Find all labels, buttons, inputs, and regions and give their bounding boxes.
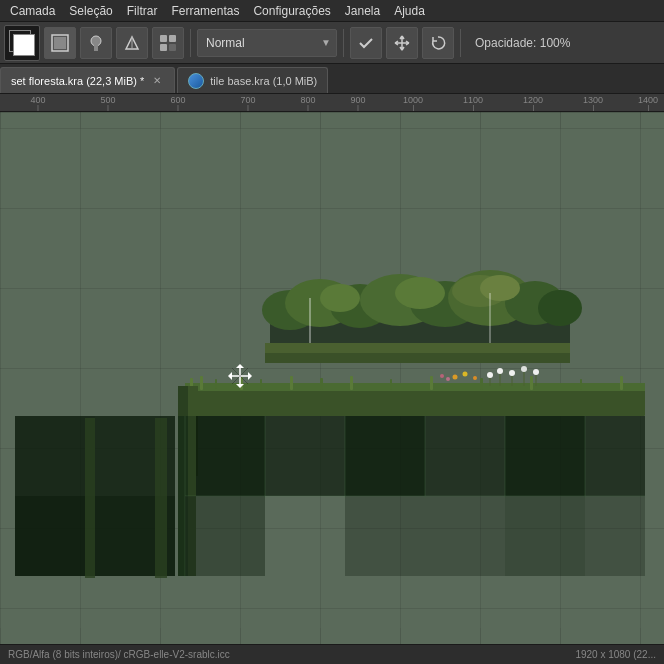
svg-point-46 — [487, 372, 493, 378]
svg-rect-75 — [85, 488, 95, 578]
svg-rect-3 — [94, 45, 98, 51]
foreground-color-btn[interactable] — [4, 25, 40, 61]
tool-icon-2 — [86, 33, 106, 53]
status-bar: RGB/Alfa (8 bits inteiros)/ cRGB-elle-V2… — [0, 644, 664, 664]
svg-point-2 — [91, 36, 101, 46]
ruler-mark: 800 — [300, 95, 315, 111]
svg-point-58 — [473, 376, 477, 380]
tool-btn-4[interactable] — [152, 27, 184, 59]
menu-filtrar[interactable]: Filtrar — [121, 2, 164, 20]
tool-icon-3 — [122, 33, 142, 53]
tool-btn-3[interactable] — [116, 27, 148, 59]
tab-base-label: tile base.kra (1,0 MiB) — [210, 75, 317, 87]
tool-btn-1[interactable] — [44, 27, 76, 59]
svg-rect-86 — [425, 496, 505, 576]
svg-rect-31 — [200, 376, 203, 390]
svg-point-23 — [480, 275, 520, 301]
svg-rect-87 — [505, 496, 585, 576]
svg-rect-34 — [260, 379, 262, 390]
separator-1 — [190, 29, 191, 57]
svg-point-49 — [521, 366, 527, 372]
svg-rect-32 — [215, 379, 217, 389]
svg-point-21 — [395, 277, 445, 309]
ruler-mark: 1300 — [583, 95, 603, 111]
svg-rect-65 — [505, 416, 585, 496]
svg-point-57 — [463, 372, 468, 377]
svg-rect-69 — [15, 416, 95, 496]
tab-base-icon — [188, 73, 204, 89]
reset-icon — [429, 34, 447, 52]
svg-point-60 — [446, 377, 450, 381]
svg-point-20 — [320, 284, 360, 312]
menu-configuracoes[interactable]: Configurações — [247, 2, 336, 20]
svg-point-50 — [533, 369, 539, 375]
svg-point-59 — [440, 374, 444, 378]
status-left: RGB/Alfa (8 bits inteiros)/ cRGB-elle-V2… — [8, 649, 230, 660]
menu-janela[interactable]: Janela — [339, 2, 386, 20]
ruler-mark: 1200 — [523, 95, 543, 111]
tab-base[interactable]: tile base.kra (1,0 MiB) — [177, 67, 328, 93]
svg-point-47 — [497, 368, 503, 374]
tool-btn-reset[interactable] — [422, 27, 454, 59]
ruler-marks: 400 500 600 700 800 900 1000 1100 1200 1… — [18, 94, 664, 111]
tab-floresta[interactable]: set floresta.kra (22,3 MiB) * ✕ — [0, 67, 175, 93]
tool-btn-2[interactable] — [80, 27, 112, 59]
svg-rect-38 — [390, 379, 392, 390]
ruler-mark: 600 — [170, 95, 185, 111]
svg-rect-8 — [169, 44, 176, 51]
tool-icon-1 — [51, 34, 69, 52]
ruler-mark: 900 — [350, 95, 365, 111]
canvas-svg — [0, 112, 664, 644]
ruler-mark: 700 — [240, 95, 255, 111]
menu-camada[interactable]: Camada — [4, 2, 61, 20]
move-icon — [393, 34, 411, 52]
status-right: 1920 x 1080 (22... — [575, 649, 656, 660]
svg-rect-66 — [585, 416, 645, 496]
tabs-row: set floresta.kra (22,3 MiB) * ✕ tile bas… — [0, 64, 664, 94]
tool-icon-4 — [158, 33, 178, 53]
svg-rect-76 — [155, 488, 167, 578]
svg-rect-7 — [160, 44, 167, 51]
svg-rect-40 — [480, 378, 483, 390]
menu-ajuda[interactable]: Ajuda — [388, 2, 431, 20]
opacity-label: Opacidade: 100% — [475, 36, 570, 50]
svg-rect-43 — [620, 376, 623, 390]
svg-rect-36 — [320, 378, 323, 390]
svg-rect-88 — [585, 496, 645, 576]
svg-point-19 — [538, 290, 582, 326]
menu-bar: Camada Seleção Filtrar Ferramentas Confi… — [0, 0, 664, 22]
svg-point-56 — [453, 375, 458, 380]
menu-selecao[interactable]: Seleção — [63, 2, 118, 20]
svg-rect-63 — [345, 416, 425, 496]
toolbar: Normal Multiply Screen Overlay ▼ Opacida… — [0, 22, 664, 64]
svg-rect-74 — [155, 418, 167, 488]
svg-rect-84 — [185, 496, 265, 576]
blend-mode-select[interactable]: Normal Multiply Screen Overlay — [197, 29, 337, 57]
ruler-mark: 500 — [100, 95, 115, 111]
svg-rect-37 — [350, 376, 353, 390]
svg-rect-67 — [15, 496, 95, 576]
svg-rect-27 — [265, 353, 570, 363]
svg-rect-61 — [185, 416, 265, 496]
svg-rect-42 — [580, 379, 582, 390]
stamp-icon — [357, 34, 375, 52]
canvas-area[interactable] — [0, 112, 664, 644]
tab-floresta-close[interactable]: ✕ — [150, 74, 164, 88]
svg-rect-5 — [160, 35, 167, 42]
svg-rect-85 — [345, 496, 425, 576]
svg-point-48 — [509, 370, 515, 376]
separator-2 — [343, 29, 344, 57]
ruler-mark: 400 — [30, 95, 45, 111]
upper-vegetation — [262, 270, 582, 363]
blend-mode-wrapper: Normal Multiply Screen Overlay ▼ — [197, 29, 337, 57]
svg-rect-39 — [430, 376, 433, 390]
ruler-mark: 1100 — [463, 95, 483, 111]
ruler-horizontal: 400 500 600 700 800 900 1000 1100 1200 1… — [0, 94, 664, 112]
ruler-mark: 1000 — [403, 95, 423, 111]
separator-3 — [460, 29, 461, 57]
tab-floresta-label: set floresta.kra (22,3 MiB) * — [11, 75, 144, 87]
svg-rect-64 — [425, 416, 505, 496]
menu-ferramentas[interactable]: Ferramentas — [165, 2, 245, 20]
tool-btn-move[interactable] — [386, 27, 418, 59]
tool-btn-stamp[interactable] — [350, 27, 382, 59]
